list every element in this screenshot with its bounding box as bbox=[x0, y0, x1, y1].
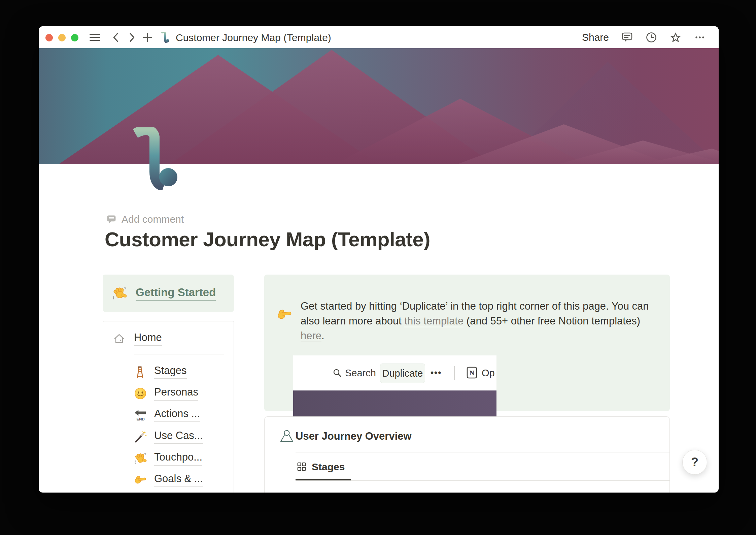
nav-item-personas[interactable]: Personas bbox=[134, 386, 198, 401]
embedded-open-label: Op bbox=[482, 368, 495, 379]
ellipsis-icon bbox=[694, 31, 706, 43]
plus-icon bbox=[142, 32, 153, 43]
comment-bubble-filled-icon bbox=[106, 214, 117, 225]
notion-logo-icon: N bbox=[466, 366, 478, 379]
pointing-right-icon bbox=[276, 308, 293, 322]
traffic-lights bbox=[45, 34, 78, 41]
duplicate-instructions-callout: Get started by hitting ‘Duplicate’ in th… bbox=[264, 275, 670, 411]
here-link[interactable]: here bbox=[301, 330, 321, 342]
notion-window: Customer Journey Map (Template) Share bbox=[39, 26, 719, 493]
forward-button[interactable] bbox=[126, 32, 137, 43]
embedded-toolbar: Search Duplicate ••• N Op bbox=[293, 355, 496, 390]
close-window-button[interactable] bbox=[45, 34, 53, 41]
page-favicon-logo-icon bbox=[161, 32, 169, 43]
overview-title: User Journey Overview bbox=[296, 430, 412, 442]
clock-icon bbox=[645, 31, 657, 43]
svg-text:N: N bbox=[470, 369, 475, 377]
nav-item-actions[interactable]: Actions ... bbox=[134, 408, 200, 422]
add-comment-label: Add comment bbox=[122, 214, 184, 225]
touchpoints-link[interactable]: Touchpo... bbox=[154, 451, 202, 466]
nav-item-stages[interactable]: Stages bbox=[134, 365, 187, 379]
comments-button[interactable] bbox=[621, 31, 633, 43]
magic-wand-icon bbox=[134, 431, 147, 443]
page-links-panel: Home Stages Personas Actions ... Use Cas… bbox=[103, 321, 234, 493]
divider bbox=[296, 452, 669, 452]
ladder-icon bbox=[134, 366, 147, 378]
persona-mountain-icon bbox=[279, 428, 295, 443]
tab-bar-line bbox=[296, 480, 669, 481]
updates-button[interactable] bbox=[645, 31, 657, 43]
favorite-button[interactable] bbox=[669, 31, 682, 43]
home-link[interactable]: Home bbox=[134, 332, 162, 346]
divider bbox=[454, 366, 455, 380]
embedded-more-label: ••• bbox=[431, 368, 442, 378]
callout-paragraph: Get started by hitting ‘Duplicate’ in th… bbox=[301, 299, 662, 343]
chevron-right-icon bbox=[126, 32, 137, 43]
add-comment-button[interactable]: Add comment bbox=[106, 214, 184, 225]
goals-link[interactable]: Goals & ... bbox=[154, 473, 203, 487]
nav-item-use-cases[interactable]: Use Cas... bbox=[134, 430, 203, 444]
callout-text-2: (and 55+ other free Notion templates) bbox=[463, 315, 640, 327]
this-template-link[interactable]: this template bbox=[404, 315, 463, 327]
waving-hand-icon bbox=[112, 286, 127, 301]
getting-started-link[interactable]: Getting Started bbox=[136, 286, 216, 301]
use-cases-link[interactable]: Use Cas... bbox=[154, 430, 203, 444]
search-icon bbox=[333, 369, 342, 378]
titlebar: Customer Journey Map (Template) Share bbox=[39, 26, 719, 48]
help-button[interactable]: ? bbox=[682, 450, 707, 475]
star-icon bbox=[669, 31, 682, 43]
divider bbox=[134, 354, 224, 354]
embedded-duplicate-button: Duplicate bbox=[380, 364, 425, 383]
house-icon bbox=[113, 333, 125, 345]
hamburger-icon bbox=[89, 32, 101, 43]
nav-item-touchpoints[interactable]: Touchpo... bbox=[134, 451, 202, 466]
embedded-search-label: Search bbox=[345, 368, 376, 379]
duplicate-screenshot-image: Search Duplicate ••• N Op bbox=[293, 355, 496, 426]
stages-link[interactable]: Stages bbox=[154, 365, 187, 379]
personas-link[interactable]: Personas bbox=[154, 386, 198, 401]
share-button[interactable]: Share bbox=[582, 32, 609, 43]
comment-bubble-icon bbox=[621, 31, 633, 43]
callout-text-3: . bbox=[321, 330, 324, 342]
waving-hand-icon bbox=[134, 452, 147, 465]
more-options-button[interactable] bbox=[694, 31, 706, 43]
new-tab-button[interactable] bbox=[142, 32, 153, 43]
pointing-right-icon bbox=[134, 474, 147, 486]
user-journey-overview-card: User Journey Overview Stages bbox=[264, 416, 670, 493]
smiley-icon bbox=[134, 387, 147, 400]
gallery-view-icon bbox=[297, 462, 306, 471]
desktop-background: Customer Journey Map (Template) Share bbox=[0, 0, 756, 535]
end-arrow-icon bbox=[134, 409, 147, 421]
active-tab-underline bbox=[296, 479, 351, 480]
sidebar-toggle-button[interactable] bbox=[89, 32, 101, 43]
actions-link[interactable]: Actions ... bbox=[154, 408, 200, 422]
page-title: Customer Journey Map (Template) bbox=[105, 228, 430, 251]
back-button[interactable] bbox=[110, 32, 122, 43]
zoom-window-button[interactable] bbox=[71, 34, 78, 41]
home-link-row[interactable]: Home bbox=[113, 332, 162, 346]
nav-item-goals[interactable]: Goals & ... bbox=[134, 473, 203, 487]
page-icon-logo[interactable] bbox=[131, 127, 178, 190]
getting-started-callout: Getting Started bbox=[103, 275, 234, 312]
minimize-window-button[interactable] bbox=[58, 34, 66, 41]
window-title: Customer Journey Map (Template) bbox=[176, 32, 331, 43]
chevron-left-icon bbox=[110, 32, 122, 43]
tab-stages[interactable]: Stages bbox=[312, 461, 345, 473]
